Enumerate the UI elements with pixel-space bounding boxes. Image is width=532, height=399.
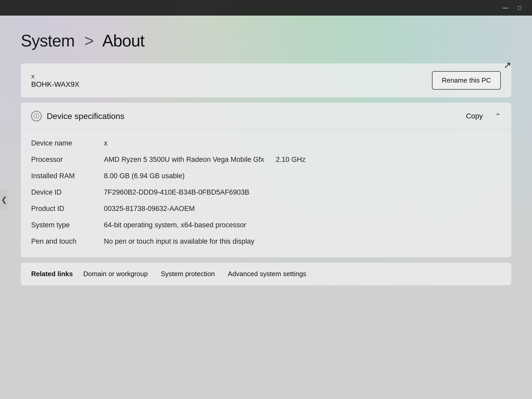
related-link-system-protection[interactable]: System protection [161, 270, 215, 278]
device-specs-section: ⓘ Device specifications Copy ⌃ Device na… [21, 103, 511, 257]
device-specs-header: ⓘ Device specifications Copy ⌃ [21, 103, 511, 130]
related-links-section: Related links Domain or workgroup System… [21, 263, 511, 285]
breadcrumb-separator: > [84, 31, 94, 50]
sidebar-back-arrow[interactable]: ❮ [0, 189, 8, 210]
related-link-domain[interactable]: Domain or workgroup [83, 270, 148, 278]
rename-pc-button[interactable]: Rename this PC [432, 71, 501, 90]
specs-table: Device name x Processor AMD Ryzen 5 3500… [21, 130, 511, 257]
related-link-advanced-settings[interactable]: Advanced system settings [228, 270, 306, 278]
specs-value-device-name: x [104, 139, 501, 147]
copy-button[interactable]: Copy [462, 110, 487, 122]
table-row: Device ID 7F2960B2-DDD9-410E-B34B-0FBD5A… [31, 184, 501, 201]
pc-name-section: x BOHK-WAX9X Rename this PC [21, 63, 511, 97]
specs-label-device-name: Device name [31, 139, 104, 147]
specs-value-device-id: 7F2960B2-DDD9-410E-B34B-0FBD5AF6903B [104, 188, 501, 196]
table-row: Product ID 00325-81738-09632-AAOEM [31, 201, 501, 217]
breadcrumb: System > About [21, 31, 511, 50]
table-row: Pen and touch No pen or touch input is a… [31, 233, 501, 250]
specs-label-device-id: Device ID [31, 188, 104, 196]
device-specs-title: Device specifications [47, 111, 124, 121]
specs-label-product-id: Product ID [31, 205, 104, 213]
specs-header-right: Copy ⌃ [462, 110, 501, 122]
related-links-label: Related links [31, 270, 73, 278]
mouse-cursor: ↗ [503, 60, 511, 71]
specs-value-pen-touch: No pen or touch input is available for t… [104, 237, 501, 245]
table-row: Processor AMD Ryzen 5 3500U with Radeon … [31, 151, 501, 168]
specs-label-system-type: System type [31, 221, 104, 229]
specs-value-product-id: 00325-81738-09632-AAOEM [104, 205, 501, 213]
specs-label-pen-touch: Pen and touch [31, 237, 104, 245]
chevron-up-icon[interactable]: ⌃ [495, 112, 501, 121]
pc-name-label: x [31, 72, 79, 80]
titlebar: — □ [0, 0, 532, 16]
specs-label-ram: Installed RAM [31, 172, 104, 180]
specs-label-processor: Processor [31, 156, 104, 164]
main-content: System > About x BOHK-WAX9X Rename this … [0, 16, 532, 399]
maximize-button[interactable]: □ [513, 3, 527, 13]
table-row: Device name x [31, 135, 501, 151]
info-icon: ⓘ [31, 111, 42, 121]
specs-value-system-type: 64-bit operating system, x64-based proce… [104, 221, 501, 229]
device-specs-title-group: ⓘ Device specifications [31, 111, 124, 121]
specs-value-ram: 8.00 GB (6.94 GB usable) [104, 172, 501, 180]
table-row: System type 64-bit operating system, x64… [31, 217, 501, 233]
pc-name-info: x BOHK-WAX9X [31, 72, 79, 89]
minimize-button[interactable]: — [498, 3, 513, 13]
specs-value-processor: AMD Ryzen 5 3500U with Radeon Vega Mobil… [104, 156, 501, 164]
pc-name-value: BOHK-WAX9X [31, 80, 79, 89]
table-row: Installed RAM 8.00 GB (6.94 GB usable) [31, 168, 501, 184]
breadcrumb-parent[interactable]: System [21, 31, 75, 50]
breadcrumb-current: About [102, 31, 144, 50]
